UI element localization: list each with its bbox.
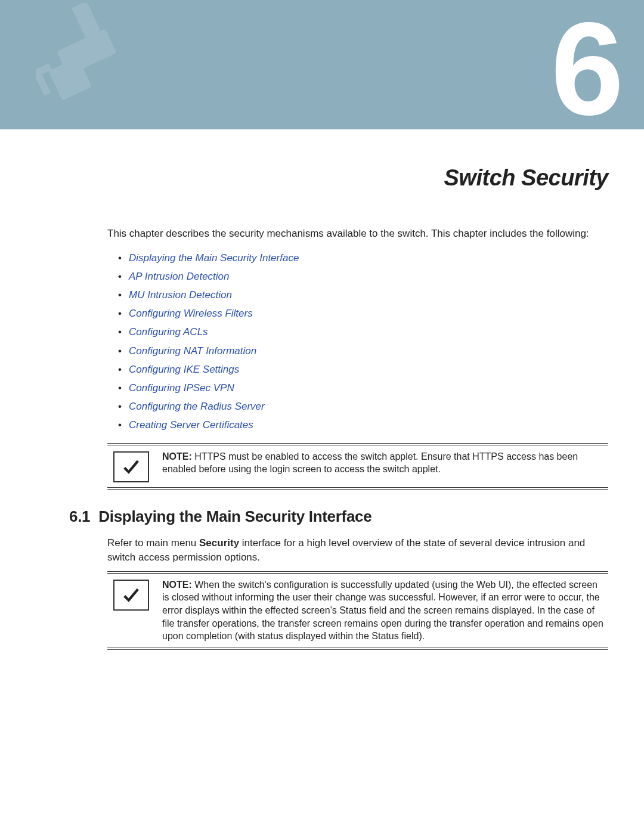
chapter-intro: This chapter describes the security mech… <box>107 227 608 241</box>
note-text: NOTE: When the switch's configuration is… <box>162 578 608 643</box>
note-text: NOTE: HTTPS must be enabled to access th… <box>162 450 608 476</box>
toc-link[interactable]: Configuring IPSec VPN <box>129 382 234 394</box>
toc-link[interactable]: Displaying the Main Security Interface <box>129 252 299 264</box>
chapter-banner: 6 <box>0 0 644 129</box>
banner-decoration <box>36 3 143 122</box>
note-body: HTTPS must be enabled to access the swit… <box>162 451 578 475</box>
section-heading: 6.1Displaying the Main Security Interfac… <box>69 507 608 526</box>
section-number: 6.1 <box>69 507 90 525</box>
note-callout: NOTE: When the switch's configuration is… <box>107 571 608 650</box>
toc-link[interactable]: Configuring the Radius Server <box>129 401 265 412</box>
toc-link[interactable]: Configuring Wireless Filters <box>129 308 253 319</box>
body-text-pre: Refer to main menu <box>107 537 199 549</box>
page-content: Switch Security This chapter describes t… <box>0 129 644 692</box>
toc-link[interactable]: Configuring NAT Information <box>129 345 256 357</box>
section-body: Refer to main menu Security interface fo… <box>107 536 608 565</box>
svg-rect-2 <box>72 3 101 38</box>
toc-link[interactable]: AP Intrusion Detection <box>129 271 230 282</box>
chapter-number: 6 <box>551 0 620 129</box>
toc-link[interactable]: Creating Server Certificates <box>129 419 253 431</box>
chapter-toc: Displaying the Main Security Interface A… <box>118 250 608 433</box>
note-label: NOTE: <box>162 451 192 462</box>
note-body: When the switch's configuration is succe… <box>162 580 603 641</box>
note-label: NOTE: <box>162 580 192 590</box>
toc-link[interactable]: MU Intrusion Detection <box>129 289 232 301</box>
checkmark-icon <box>113 451 149 482</box>
section-title: Displaying the Main Security Interface <box>98 507 371 525</box>
toc-link[interactable]: Configuring ACLs <box>129 326 208 337</box>
body-text-bold: Security <box>199 537 239 549</box>
note-callout: NOTE: HTTPS must be enabled to access th… <box>107 443 608 490</box>
toc-link[interactable]: Configuring IKE Settings <box>129 364 239 375</box>
checkmark-icon <box>113 580 149 611</box>
chapter-title: Switch Security <box>107 165 608 191</box>
